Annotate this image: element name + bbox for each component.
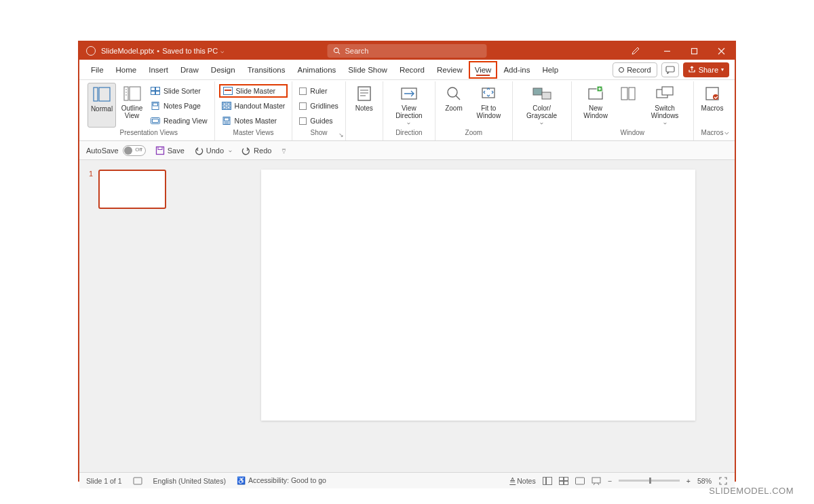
- slide-sorter-button[interactable]: Slide Sorter: [148, 84, 210, 98]
- svg-rect-30: [224, 118, 229, 121]
- svg-rect-59: [564, 477, 568, 480]
- notes-master-button[interactable]: Notes Master: [219, 114, 288, 128]
- svg-rect-42: [542, 92, 551, 99]
- reading-view-button[interactable]: Reading View: [148, 114, 210, 128]
- slide-master-button[interactable]: Slide Master: [219, 84, 288, 98]
- zoom-slider[interactable]: [619, 480, 680, 482]
- accessibility-button[interactable]: ♿Accessibility: Good to go: [237, 476, 326, 485]
- tab-help[interactable]: Help: [536, 60, 564, 80]
- tab-review[interactable]: Review: [431, 60, 469, 80]
- svg-rect-57: [546, 477, 551, 484]
- group-notes: Notes: [346, 81, 383, 140]
- chevron-down-icon[interactable]: ⌵: [220, 47, 224, 54]
- show-launcher-icon[interactable]: ↘: [338, 132, 344, 138]
- thumbnail-pane[interactable]: 1: [79, 160, 222, 472]
- comments-button[interactable]: [661, 62, 679, 77]
- tab-addins[interactable]: Add-ins: [497, 60, 536, 80]
- slide-thumbnail-1[interactable]: 1: [89, 170, 212, 209]
- slide-counter[interactable]: Slide 1 of 1: [86, 477, 122, 485]
- tab-draw[interactable]: Draw: [174, 60, 205, 80]
- group-presentation-views: Normal Outline View Slide Sorter Notes P…: [83, 81, 215, 140]
- notes-toggle[interactable]: ≙Notes: [509, 477, 535, 485]
- chevron-down-icon: ▾: [721, 66, 724, 73]
- gridlines-checkbox[interactable]: Gridlines: [296, 99, 341, 113]
- close-button[interactable]: [708, 42, 735, 60]
- workspace: 1: [79, 160, 735, 472]
- group-master-views: Slide Master Handout Master Notes Master…: [215, 81, 293, 140]
- normal-view-button[interactable]: Normal: [88, 83, 116, 128]
- fit-to-window-button[interactable]: Fit to Window: [469, 83, 508, 128]
- svg-rect-9: [124, 87, 128, 100]
- search-input[interactable]: Search: [328, 44, 487, 58]
- tab-record[interactable]: Record: [393, 60, 431, 80]
- tab-home[interactable]: Home: [110, 60, 143, 80]
- svg-rect-53: [156, 147, 163, 154]
- svg-point-0: [334, 48, 338, 53]
- handout-master-button[interactable]: Handout Master: [219, 99, 288, 113]
- normal-view-icon[interactable]: [543, 476, 552, 486]
- switch-windows-button[interactable]: Switch Windows⌵: [640, 83, 689, 128]
- svg-rect-8: [99, 88, 110, 101]
- zoom-in-button[interactable]: +: [686, 477, 691, 485]
- maximize-button[interactable]: [680, 42, 708, 60]
- svg-line-1: [338, 52, 340, 54]
- fit-slide-icon[interactable]: [718, 476, 728, 486]
- slideshow-icon[interactable]: [592, 476, 601, 486]
- svg-rect-17: [156, 92, 160, 95]
- zoom-percent[interactable]: 58%: [697, 477, 712, 485]
- new-window-button[interactable]: New Window: [576, 83, 616, 128]
- zoom-button[interactable]: Zoom: [440, 83, 468, 128]
- ribbon: Normal Outline View Slide Sorter Notes P…: [79, 80, 735, 141]
- slide-editor[interactable]: [222, 160, 735, 472]
- statusbar: Slide 1 of 1 English (United States) ♿Ac…: [79, 472, 735, 488]
- svg-rect-33: [358, 87, 370, 100]
- language-button[interactable]: English (United States): [153, 477, 226, 485]
- tab-insert[interactable]: Insert: [142, 60, 174, 80]
- guides-checkbox[interactable]: Guides: [296, 114, 341, 128]
- qat-customize-icon[interactable]: ⩢: [281, 147, 287, 154]
- tab-animations[interactable]: Animations: [291, 60, 342, 80]
- separator-dot: •: [157, 47, 159, 55]
- tab-view[interactable]: View: [469, 61, 498, 79]
- save-status[interactable]: Saved to this PC: [162, 47, 218, 55]
- group-show: Ruler Gridlines Guides Show ↘: [292, 81, 345, 140]
- arrange-all-button[interactable]: [617, 83, 640, 128]
- svg-rect-21: [153, 119, 159, 123]
- svg-rect-15: [156, 88, 160, 91]
- undo-icon: [194, 146, 204, 155]
- macros-button[interactable]: Macros: [698, 83, 726, 128]
- tab-slide-show[interactable]: Slide Show: [342, 60, 393, 80]
- record-button[interactable]: Record: [613, 62, 657, 77]
- slide-canvas[interactable]: [261, 170, 695, 421]
- tab-transitions[interactable]: Transitions: [241, 60, 292, 80]
- redo-button[interactable]: Redo: [241, 146, 271, 155]
- tab-design[interactable]: Design: [205, 60, 241, 80]
- minimize-button[interactable]: [653, 42, 680, 60]
- svg-rect-47: [621, 88, 627, 100]
- view-direction-button[interactable]: View Direction⌵: [387, 83, 431, 128]
- svg-rect-14: [151, 88, 155, 91]
- svg-rect-61: [564, 481, 568, 484]
- slide-sorter-icon[interactable]: [559, 476, 568, 486]
- svg-rect-26: [227, 103, 230, 105]
- notes-button[interactable]: Notes: [350, 83, 379, 128]
- pencil-icon[interactable]: [622, 42, 649, 60]
- group-window: New Window Switch Windows⌵ Window: [572, 81, 695, 140]
- undo-button[interactable]: Undo⌵: [194, 146, 232, 155]
- zoom-out-button[interactable]: −: [608, 477, 612, 485]
- autosave-toggle[interactable]: AutoSave: [86, 145, 146, 156]
- collapse-ribbon-button[interactable]: ⌵: [724, 128, 729, 136]
- file-name: SlideModel.pptx: [101, 47, 154, 55]
- spellcheck-icon[interactable]: [133, 476, 142, 486]
- svg-rect-50: [662, 87, 673, 95]
- reading-view-icon[interactable]: [575, 476, 585, 486]
- color-grayscale-button[interactable]: Color/ Grayscale⌵: [517, 83, 567, 128]
- share-button[interactable]: Share▾: [683, 62, 729, 77]
- notes-page-button[interactable]: Notes Page: [148, 99, 210, 113]
- outline-view-button[interactable]: Outline View: [117, 83, 147, 128]
- tab-file[interactable]: File: [85, 60, 110, 80]
- quick-access-toolbar: AutoSave Save Undo⌵ Redo ⩢: [79, 141, 735, 160]
- ruler-checkbox[interactable]: Ruler: [296, 84, 341, 98]
- save-button[interactable]: Save: [155, 146, 185, 155]
- save-icon: [155, 146, 165, 155]
